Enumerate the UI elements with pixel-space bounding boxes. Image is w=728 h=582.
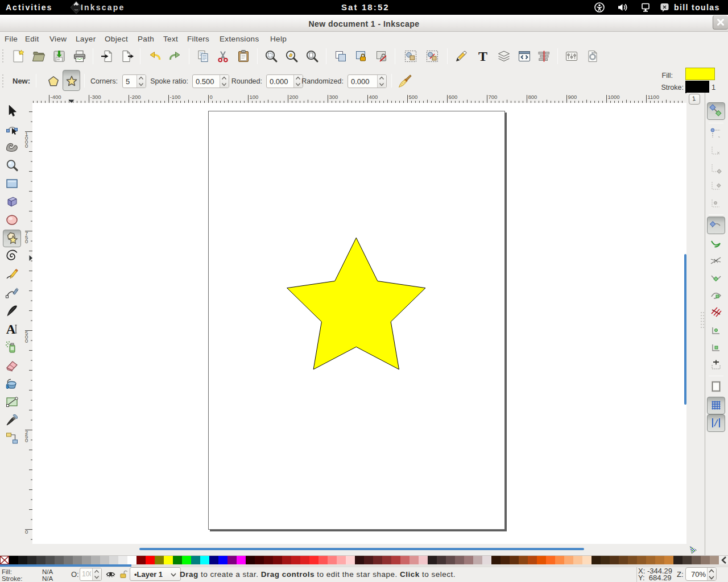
- svg-text:A: A: [6, 322, 16, 336]
